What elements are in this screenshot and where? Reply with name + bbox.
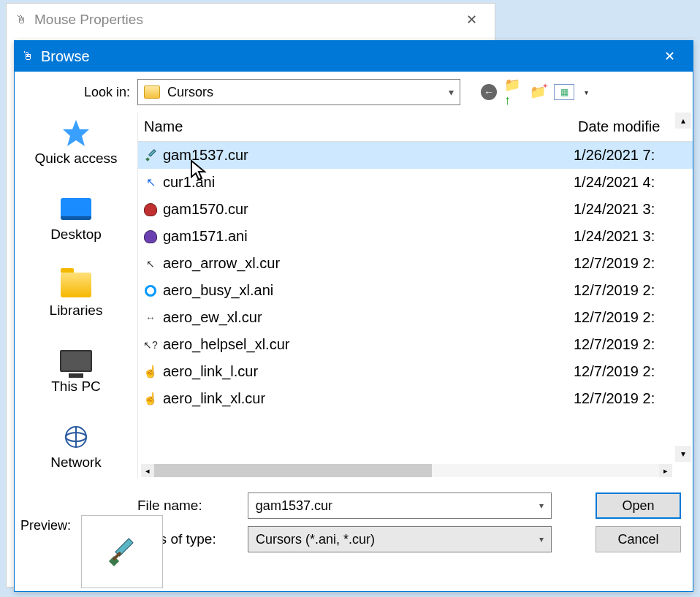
file-icon — [141, 203, 160, 216]
file-name: aero_arrow_xl.cur — [163, 255, 574, 272]
chevron-down-icon: ▾ — [539, 501, 544, 511]
file-icon — [141, 230, 160, 243]
file-name: aero_link_xl.cur — [163, 390, 574, 407]
new-folder-button[interactable]: 📁 — [529, 83, 547, 101]
file-row[interactable]: gam1537.cur1/26/2021 7: — [138, 142, 693, 169]
scrollbar-track[interactable] — [154, 464, 659, 477]
preview-box — [81, 515, 163, 588]
folder-icon — [144, 85, 160, 99]
svg-rect-4 — [145, 157, 150, 161]
file-name: aero_ew_xl.cur — [163, 309, 574, 326]
open-button[interactable]: Open — [596, 493, 681, 519]
view-menu-button[interactable]: ▦ — [554, 84, 574, 100]
parent-title: Mouse Properties — [34, 12, 457, 28]
svg-rect-5 — [149, 149, 156, 156]
look-in-dropdown[interactable]: Cursors ▾ — [137, 79, 460, 105]
file-name: gam1537.cur — [163, 147, 574, 164]
file-row[interactable]: gam1571.ani1/24/2021 3: — [138, 223, 693, 250]
browse-dialog: 🖱 Browse ✕ Look in: Cursors ▾ ← 📁↑ 📁 ▦ ▾… — [14, 40, 693, 592]
chevron-down-icon: ▾ — [449, 86, 454, 98]
files-of-type-value: Cursors (*.ani, *.cur) — [256, 532, 539, 547]
file-name: gam1570.cur — [163, 201, 574, 218]
look-in-label: Look in: — [15, 85, 137, 100]
scroll-left-button[interactable]: ◂ — [141, 464, 154, 477]
file-date: 1/26/2021 7: — [574, 147, 677, 164]
file-row[interactable]: ☝aero_link_l.cur12/7/2019 2: — [138, 358, 693, 385]
file-icon: ↖? — [141, 339, 160, 351]
file-row[interactable]: ↔aero_ew_xl.cur12/7/2019 2: — [138, 304, 693, 331]
places-libraries[interactable]: Libraries — [25, 270, 127, 319]
files-of-type-combobox[interactable]: Cursors (*.ani, *.cur) ▾ — [248, 526, 552, 552]
places-bar: Quick access Desktop Libraries This PC N… — [15, 113, 137, 478]
up-one-level-button[interactable]: 📁↑ — [504, 83, 522, 101]
file-date: 12/7/2019 2: — [574, 309, 677, 326]
file-row[interactable]: ↖aero_arrow_xl.cur12/7/2019 2: — [138, 250, 693, 277]
file-date: 1/24/2021 3: — [574, 228, 677, 245]
file-name: gam1571.ani — [163, 228, 574, 245]
close-button[interactable]: ✕ — [653, 41, 685, 72]
this-pc-icon — [58, 346, 94, 376]
parent-close-button[interactable]: ✕ — [457, 9, 486, 31]
scroll-down-button[interactable]: ▾ — [675, 446, 691, 462]
file-name: aero_helpsel_xl.cur — [163, 336, 574, 353]
file-row[interactable]: aero_busy_xl.ani12/7/2019 2: — [138, 277, 693, 304]
sword-icon — [104, 534, 140, 569]
column-name[interactable]: Name — [138, 118, 574, 135]
file-date: 1/24/2021 4: — [574, 174, 677, 191]
file-date: 12/7/2019 2: — [574, 282, 677, 299]
libraries-icon — [58, 270, 94, 300]
file-name-combobox[interactable]: gam1537.cur ▾ — [248, 493, 552, 519]
chevron-down-icon: ▾ — [539, 534, 544, 544]
view-menu-chevron[interactable]: ▾ — [582, 83, 590, 101]
file-name: aero_link_l.cur — [163, 363, 574, 380]
file-date: 12/7/2019 2: — [574, 390, 677, 407]
quick-access-icon — [58, 118, 94, 148]
parent-titlebar: 🖱 Mouse Properties ✕ — [7, 4, 495, 36]
file-list: Name Date modifie ▴ gam1537.cur1/26/2021… — [137, 113, 693, 478]
file-icon: ☝ — [141, 365, 160, 379]
places-network[interactable]: Network — [25, 422, 127, 471]
file-row[interactable]: ↖?aero_helpsel_xl.cur12/7/2019 2: — [138, 331, 693, 358]
file-name: aero_busy_xl.ani — [163, 282, 574, 299]
look-in-value: Cursors — [167, 85, 449, 100]
file-row[interactable]: ☝aero_link_xl.cur12/7/2019 2: — [138, 385, 693, 412]
file-icon: ↖ — [141, 258, 160, 270]
file-icon — [141, 149, 160, 162]
file-row[interactable]: ↖cur1.ani1/24/2021 4: — [138, 169, 693, 196]
preview-label: Preview: — [20, 515, 71, 533]
back-button[interactable]: ← — [481, 84, 497, 100]
file-date: 1/24/2021 3: — [574, 201, 677, 218]
places-this-pc[interactable]: This PC — [25, 346, 127, 395]
cancel-button[interactable]: Cancel — [596, 526, 681, 552]
file-icon — [141, 285, 160, 297]
browse-titlebar: 🖱 Browse ✕ — [15, 41, 693, 72]
mouse-icon: 🖱 — [15, 13, 27, 26]
svg-marker-0 — [63, 120, 89, 146]
scrollbar-thumb[interactable] — [154, 464, 432, 477]
toolbar: Look in: Cursors ▾ ← 📁↑ 📁 ▦ ▾ — [15, 72, 693, 113]
file-name: cur1.ani — [163, 174, 574, 191]
mouse-icon: 🖱 — [22, 50, 34, 63]
file-icon: ↔ — [141, 312, 160, 324]
horizontal-scrollbar[interactable]: ◂ ▸ — [141, 463, 672, 478]
file-name-value: gam1537.cur — [256, 498, 539, 514]
file-icon: ☝ — [141, 392, 160, 406]
file-date: 12/7/2019 2: — [574, 255, 677, 272]
places-desktop[interactable]: Desktop — [25, 194, 127, 243]
file-date: 12/7/2019 2: — [574, 363, 677, 380]
network-icon — [58, 422, 94, 452]
file-name-label: File name: — [137, 498, 248, 514]
places-quick-access[interactable]: Quick access — [25, 118, 127, 167]
file-icon: ↖ — [141, 175, 160, 189]
column-headers: Name Date modifie ▴ — [138, 113, 693, 142]
file-row[interactable]: gam1570.cur1/24/2021 3: — [138, 196, 693, 223]
file-date: 12/7/2019 2: — [574, 336, 677, 353]
browse-title: Browse — [41, 48, 653, 65]
desktop-icon — [58, 194, 94, 224]
scroll-right-button[interactable]: ▸ — [659, 464, 672, 477]
scroll-up-button[interactable]: ▴ — [675, 113, 691, 129]
